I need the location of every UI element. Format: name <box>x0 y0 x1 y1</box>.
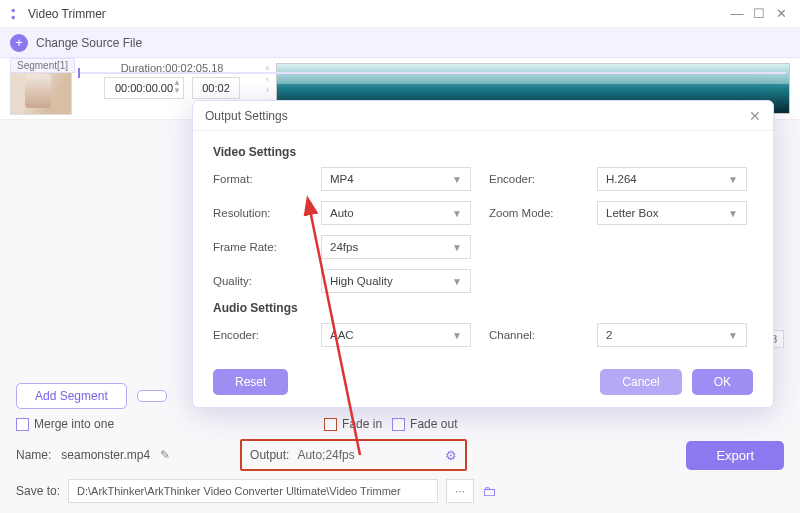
stepper-icon[interactable]: ▲▼ <box>173 79 181 95</box>
resolution-select[interactable]: Auto▼ <box>321 201 471 225</box>
segment-tab[interactable]: Segment[1] <box>10 58 75 73</box>
format-label: Format: <box>213 173 303 185</box>
save-to-label: Save to: <box>16 484 60 498</box>
format-select[interactable]: MP4▼ <box>321 167 471 191</box>
timeline-track[interactable] <box>78 72 786 74</box>
video-encoder-label: Encoder: <box>489 173 579 185</box>
edit-name-icon[interactable]: ✎ <box>160 448 170 462</box>
open-folder-icon[interactable]: 🗀 <box>482 483 496 499</box>
titlebar: Video Trimmer — ☐ ✕ <box>0 0 800 28</box>
audio-encoder-select[interactable]: AAC▼ <box>321 323 471 347</box>
chevron-down-icon: ▼ <box>728 174 738 185</box>
end-time-input[interactable]: 00:02 <box>192 77 240 99</box>
output-summary-box: Output: ⚙ <box>240 439 467 471</box>
video-section-header: Video Settings <box>213 145 753 159</box>
plus-icon[interactable]: + <box>10 34 28 52</box>
audio-section-header: Audio Settings <box>213 301 753 315</box>
zoom-label: Zoom Mode: <box>489 207 579 219</box>
fade-in-checkbox[interactable]: Fade in <box>324 417 382 431</box>
channel-select[interactable]: 2▼ <box>597 323 747 347</box>
app-title: Video Trimmer <box>28 7 106 21</box>
dialog-title: Output Settings <box>205 109 288 123</box>
fade-out-checkbox[interactable]: Fade out <box>392 417 457 431</box>
export-button[interactable]: Export <box>686 441 784 470</box>
quality-select[interactable]: High Quality▼ <box>321 269 471 293</box>
close-dialog-icon[interactable]: ✕ <box>749 108 761 124</box>
chevron-down-icon: ▼ <box>452 174 462 185</box>
minimize-button[interactable]: — <box>726 3 748 25</box>
resolution-label: Resolution: <box>213 207 303 219</box>
quality-label: Quality: <box>213 275 303 287</box>
chevron-down-icon: ▼ <box>452 242 462 253</box>
save-path-input[interactable] <box>68 479 438 503</box>
video-encoder-select[interactable]: H.264▼ <box>597 167 747 191</box>
framerate-select[interactable]: 24fps▼ <box>321 235 471 259</box>
close-window-button[interactable]: ✕ <box>770 3 792 25</box>
merge-checkbox[interactable]: Merge into one <box>16 417 114 431</box>
maximize-button[interactable]: ☐ <box>748 3 770 25</box>
secondary-button[interactable] <box>137 390 167 402</box>
chevron-down-icon: ▼ <box>452 330 462 341</box>
output-label: Output: <box>250 448 289 462</box>
chevron-down-icon: ▼ <box>452 208 462 219</box>
reset-button[interactable]: Reset <box>213 369 288 395</box>
cancel-button[interactable]: Cancel <box>600 369 681 395</box>
gear-icon[interactable]: ⚙ <box>445 448 457 463</box>
framerate-label: Frame Rate: <box>213 241 303 253</box>
add-segment-button[interactable]: Add Segment <box>16 383 127 409</box>
ok-button[interactable]: OK <box>692 369 753 395</box>
audio-encoder-label: Encoder: <box>213 329 303 341</box>
output-summary-input[interactable] <box>297 445 437 465</box>
zoom-select[interactable]: Letter Box▼ <box>597 201 747 225</box>
name-value: seamonster.mp4 <box>61 448 150 462</box>
change-source-button[interactable]: Change Source File <box>36 36 142 50</box>
toolbar: + Change Source File <box>0 28 800 58</box>
chevron-down-icon: ▼ <box>728 208 738 219</box>
dialog-header: Output Settings ✕ <box>193 101 773 131</box>
output-settings-dialog: Output Settings ✕ Video Settings Format:… <box>192 100 774 408</box>
channel-label: Channel: <box>489 329 579 341</box>
start-time-input[interactable]: 00:00:00.00 ▲▼ <box>104 77 184 99</box>
chevron-down-icon: ▼ <box>728 330 738 341</box>
chevron-down-icon: ▼ <box>452 276 462 287</box>
browse-button[interactable]: ··· <box>446 479 474 503</box>
name-label: Name: <box>16 448 51 462</box>
app-logo-icon <box>8 7 22 21</box>
